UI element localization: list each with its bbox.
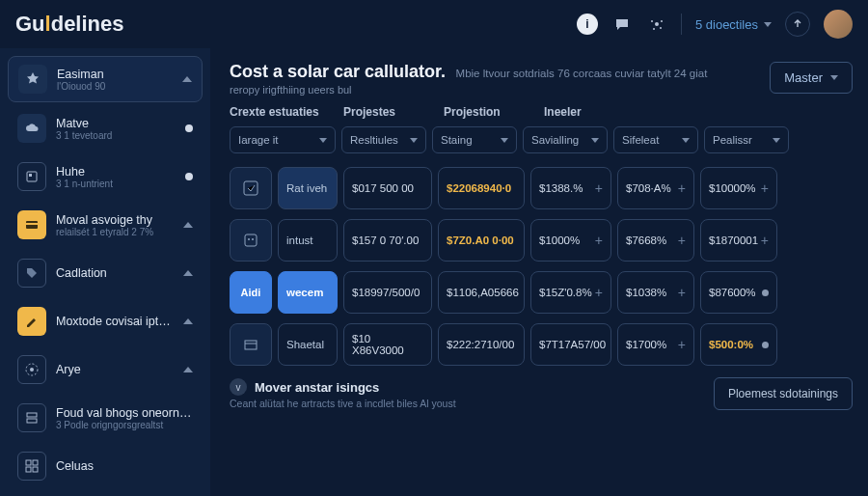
svg-rect-16: [33, 467, 38, 472]
filter-select[interactable]: Sifeleat: [613, 126, 698, 153]
table-row: intust $157 0 70′.00 $7Z0.A0 0·00 $1000%…: [230, 219, 853, 262]
chevron-down-icon: [319, 138, 327, 143]
cell-value[interactable]: $1106,A05666: [438, 271, 525, 314]
row-type-icon[interactable]: [230, 219, 272, 262]
sidebar-item-arye[interactable]: Arye: [8, 347, 203, 392]
chevron-down-icon: [501, 138, 508, 143]
data-rows: Rat iveh $017 500 00 $22068940·0 $1388.%…: [230, 167, 853, 366]
sidebar-item-easiman[interactable]: Easimanl'Oiouod 90: [8, 56, 203, 102]
plus-icon[interactable]: +: [595, 180, 603, 196]
cell-value[interactable]: $708·A%+: [617, 167, 694, 209]
sparkle-icon[interactable]: [646, 14, 667, 35]
row-label[interactable]: wecem: [278, 271, 338, 314]
cell-value[interactable]: $87600%: [700, 271, 777, 314]
plus-icon[interactable]: +: [678, 233, 686, 248]
table-row: Shaetal $10 X86V3000 $222:2710/00 $7T17A…: [230, 323, 853, 366]
plus-icon[interactable]: +: [595, 233, 603, 248]
chevron-down-icon: [591, 138, 599, 143]
sidebar-item-foud[interactable]: Foud val bhogs oneornvatic3 Podle origng…: [8, 396, 203, 440]
svg-point-10: [30, 368, 34, 372]
user-avatar[interactable]: [824, 10, 853, 39]
status-dot-icon: [762, 342, 769, 348]
cell-value[interactable]: $10000%+: [700, 167, 777, 209]
table-row: Rat iveh $017 500 00 $22068940·0 $1388.%…: [230, 167, 853, 209]
page-subtitle: reropy irigfthiing ueers bul: [230, 84, 756, 96]
cell-value[interactable]: $500:0%: [700, 323, 777, 366]
collapse-icon: [182, 76, 192, 82]
cell-value[interactable]: $15Z'0.8%+: [530, 271, 611, 314]
stack-icon: [17, 403, 46, 432]
plus-icon[interactable]: +: [678, 285, 686, 300]
plus-icon[interactable]: +: [678, 337, 686, 352]
svg-rect-6: [29, 174, 32, 177]
sidebar-item-moxtode[interactable]: Moxtode covisai iptoatsyniackent: [8, 299, 203, 344]
svg-point-2: [661, 20, 663, 22]
sidebar-item-celuas[interactable]: Celuas: [8, 444, 203, 488]
brush-icon: [17, 307, 46, 336]
cell-value[interactable]: $22068940·0: [438, 167, 525, 209]
collapse-icon: [183, 367, 193, 372]
svg-rect-21: [245, 341, 257, 349]
target-icon: [17, 355, 46, 384]
share-icon[interactable]: [785, 12, 810, 37]
sidebar-item-cadlation[interactable]: Cadlation: [8, 251, 203, 295]
sidebar-item-matve[interactable]: Matve3 1 tevetoard: [8, 106, 203, 151]
chevron-down-icon: [410, 138, 418, 143]
footer-subtitle: Ceant alütat he artracts tive a incdlet …: [230, 398, 456, 409]
cell-value[interactable]: $1038%+: [617, 271, 694, 314]
table-row: Aidi wecem $18997/500/0 $1106,A05666 $15…: [230, 271, 853, 314]
row-label[interactable]: Shaetal: [278, 323, 338, 366]
sidebar-item-huhe[interactable]: Huhe3 1 n-untrient: [8, 154, 203, 199]
cell-value[interactable]: $017 500 00: [343, 167, 432, 209]
filter-saving[interactable]: Savialling: [523, 126, 608, 153]
footer-action-button[interactable]: Ploemest sdotainings: [714, 377, 853, 410]
row-label[interactable]: intust: [278, 219, 338, 262]
svg-rect-13: [26, 460, 31, 465]
cell-value[interactable]: $10 X86V3000: [343, 323, 432, 366]
row-type-icon[interactable]: [230, 167, 272, 209]
filter-results[interactable]: Resltiules: [341, 126, 426, 153]
filter-large[interactable]: Iarage it: [230, 126, 336, 153]
plus-icon[interactable]: +: [595, 285, 603, 300]
row-type-icon[interactable]: [230, 323, 272, 366]
cell-value[interactable]: $1388.%+: [530, 167, 611, 209]
star-icon: [18, 65, 47, 94]
divider: [681, 14, 682, 35]
cell-value[interactable]: $7Z0.A0 0·00: [438, 219, 525, 262]
cell-value[interactable]: $7T17A57/00: [530, 323, 611, 366]
filter-staging[interactable]: Staing: [432, 126, 517, 153]
cell-value[interactable]: $1700%+: [617, 323, 694, 366]
svg-rect-14: [33, 460, 38, 465]
plus-icon[interactable]: +: [678, 180, 686, 196]
cell-value[interactable]: $222:2710/00: [438, 323, 525, 366]
cell-value[interactable]: $1870001+: [700, 219, 777, 262]
collapse-icon: [183, 270, 193, 276]
cell-value[interactable]: $7668%+: [617, 219, 694, 262]
collapse-icon: [183, 318, 193, 324]
cell-value[interactable]: $157 0 70′.00: [343, 219, 432, 262]
status-dot-icon: [762, 289, 769, 296]
page-subtitle-inline: Mbie ltvour sotdrials 76 corcaas cuviar …: [456, 68, 708, 79]
svg-point-4: [660, 27, 662, 29]
app-logo: Guldelines: [15, 12, 124, 37]
plus-icon[interactable]: +: [761, 180, 769, 196]
row-label[interactable]: Rat iveh: [278, 167, 338, 209]
footer-title: Mover anstar isingcs: [255, 380, 379, 395]
svg-point-1: [651, 20, 653, 22]
sidebar-item-moval[interactable]: Moval asvoige thyrelailsét 1 etyrald 2 7…: [8, 203, 203, 247]
directories-dropdown[interactable]: 5 dioectiles: [695, 17, 772, 32]
cloud-icon: [17, 114, 46, 143]
cell-value[interactable]: $18997/500/0: [343, 271, 432, 314]
cell-value[interactable]: $1000%+: [530, 219, 611, 262]
row-type-icon[interactable]: Aidi: [230, 271, 272, 314]
plus-icon[interactable]: +: [761, 233, 769, 248]
master-dropdown[interactable]: Master: [770, 62, 853, 94]
svg-rect-12: [27, 419, 37, 423]
chat-icon[interactable]: [611, 14, 633, 35]
svg-rect-18: [245, 234, 257, 246]
svg-point-3: [653, 28, 655, 30]
info-icon[interactable]: i: [577, 14, 598, 35]
main-content: Cost a solar car callulator. Mbie ltvour…: [210, 48, 868, 496]
filter-pealissr[interactable]: Pealissr: [704, 126, 789, 153]
chevron-down-icon: [682, 138, 690, 143]
